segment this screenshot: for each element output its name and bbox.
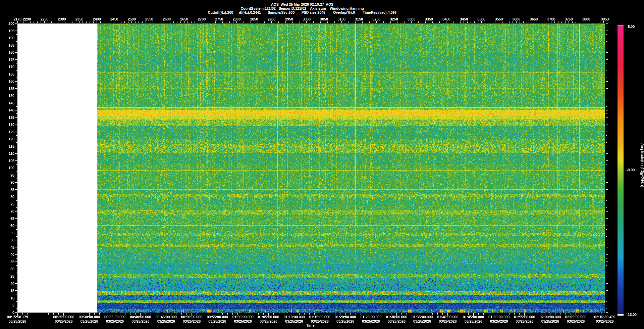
svg-text:01:45:00.000: 01:45:00.000 xyxy=(463,315,484,319)
svg-text:2400: 2400 xyxy=(93,17,101,21)
svg-text:00:55:00.000: 00:55:00.000 xyxy=(207,315,228,319)
svg-text:03/25/2026: 03/25/2026 xyxy=(311,319,329,323)
svg-text:00:15:58.179: 00:15:58.179 xyxy=(7,315,28,319)
svg-text:3700: 3700 xyxy=(547,17,555,21)
svg-text:2650: 2650 xyxy=(180,17,188,21)
svg-text:85: 85 xyxy=(10,188,14,192)
svg-text:03/25/2026: 03/25/2026 xyxy=(8,319,26,323)
svg-text:03/25/2026: 03/25/2026 xyxy=(131,319,149,323)
svg-text:20: 20 xyxy=(10,282,14,286)
svg-text:-13.00: -13.00 xyxy=(627,313,637,317)
svg-text:03/25/2026: 03/25/2026 xyxy=(465,319,482,323)
svg-text:160: 160 xyxy=(8,79,14,83)
svg-text:3300: 3300 xyxy=(408,17,416,21)
svg-text:3600: 3600 xyxy=(512,17,520,21)
svg-text:Time: Time xyxy=(306,323,315,327)
svg-text:200: 200 xyxy=(8,21,14,26)
svg-text:03/25/2026: 03/25/2026 xyxy=(55,319,72,323)
svg-text:3050: 3050 xyxy=(320,17,328,21)
svg-text:03/25/2026: 03/25/2026 xyxy=(336,319,354,323)
svg-text:120: 120 xyxy=(8,137,14,141)
svg-text:0: 0 xyxy=(12,311,14,315)
svg-text:80: 80 xyxy=(10,195,14,199)
svg-text:5: 5 xyxy=(12,303,14,307)
svg-text:2950: 2950 xyxy=(285,17,293,21)
svg-text:135: 135 xyxy=(8,115,14,120)
svg-text:2173: 2173 xyxy=(13,17,21,21)
svg-text:70: 70 xyxy=(10,209,14,213)
svg-text:3450: 3450 xyxy=(460,17,468,21)
svg-text:01:55:00.000: 01:55:00.000 xyxy=(514,315,535,319)
svg-text:170: 170 xyxy=(8,65,14,69)
svg-text:03/25/2026: 03/25/2026 xyxy=(439,319,457,323)
svg-text:00:40:00.000: 00:40:00.000 xyxy=(130,315,151,319)
svg-text:175: 175 xyxy=(8,58,14,62)
svg-text:03/25/2026: 03/25/2026 xyxy=(388,319,406,323)
svg-text:3150: 3150 xyxy=(355,17,363,21)
svg-text:2450: 2450 xyxy=(110,17,118,21)
svg-text:03/25/2026: 03/25/2026 xyxy=(413,319,431,323)
svg-text:2800: 2800 xyxy=(233,17,241,21)
svg-text:185: 185 xyxy=(8,43,14,47)
svg-text:10: 10 xyxy=(10,296,14,300)
svg-text:3800: 3800 xyxy=(582,17,590,21)
svg-text:00:45:00.000: 00:45:00.000 xyxy=(156,315,177,319)
svg-text:30: 30 xyxy=(10,267,14,271)
svg-text:2500: 2500 xyxy=(128,17,136,21)
svg-text:2300: 2300 xyxy=(58,17,66,21)
svg-text:65: 65 xyxy=(10,217,14,221)
svg-text:03/25/2026: 03/25/2026 xyxy=(106,319,124,323)
svg-text:3000: 3000 xyxy=(303,17,311,21)
svg-text:2600: 2600 xyxy=(163,17,171,21)
svg-text:03/25/2026: 03/25/2026 xyxy=(516,319,533,323)
svg-text:Amplitude(Log10(g^2/Hz)): Amplitude(Log10(g^2/Hz)) xyxy=(640,143,644,187)
svg-text:130: 130 xyxy=(8,123,14,127)
svg-text:25: 25 xyxy=(10,274,14,278)
svg-text:03/25/2026: 03/25/2026 xyxy=(490,319,508,323)
svg-text:01:20:00.000: 01:20:00.000 xyxy=(335,315,356,319)
svg-text:40: 40 xyxy=(10,252,14,256)
svg-text:145: 145 xyxy=(8,101,14,105)
svg-text:00:30:00.000: 00:30:00.000 xyxy=(79,315,100,319)
svg-text:2200: 2200 xyxy=(23,17,31,21)
svg-text:03/25/2026: 03/25/2026 xyxy=(567,319,585,323)
svg-text:180: 180 xyxy=(8,50,14,54)
svg-text:45: 45 xyxy=(10,245,14,249)
svg-text:01:35:00.000: 01:35:00.000 xyxy=(412,315,433,319)
svg-text:2750: 2750 xyxy=(215,17,223,21)
svg-text:2350: 2350 xyxy=(75,17,84,21)
svg-text:2550: 2550 xyxy=(145,17,153,21)
svg-text:-9.00: -9.00 xyxy=(627,168,635,172)
svg-text:02:10:39.459: 02:10:39.459 xyxy=(594,315,615,319)
svg-text:125: 125 xyxy=(8,130,14,134)
svg-text:03/25/2026: 03/25/2026 xyxy=(285,319,303,323)
svg-text:01:40:00.000: 01:40:00.000 xyxy=(437,315,458,319)
svg-text:3200: 3200 xyxy=(373,17,381,21)
svg-text:01:25:00.000: 01:25:00.000 xyxy=(360,315,381,319)
svg-text:03/25/2026: 03/25/2026 xyxy=(183,319,201,323)
svg-text:190: 190 xyxy=(8,36,14,40)
svg-text:01:15:00.000: 01:15:00.000 xyxy=(309,315,330,319)
svg-text:03/25/2026: 03/25/2026 xyxy=(260,319,277,323)
svg-text:2250: 2250 xyxy=(40,17,48,21)
svg-text:02:05:00.000: 02:05:00.000 xyxy=(565,315,586,319)
svg-text:3853: 3853 xyxy=(601,17,609,21)
svg-text:3550: 3550 xyxy=(495,17,503,21)
svg-text:2900: 2900 xyxy=(268,17,276,21)
svg-text:2700: 2700 xyxy=(198,17,206,21)
svg-text:3750: 3750 xyxy=(565,17,573,21)
svg-text:00:50:00.000: 00:50:00.000 xyxy=(181,315,202,319)
svg-text:95: 95 xyxy=(10,173,14,177)
svg-text:02:00:00.000: 02:00:00.000 xyxy=(540,315,561,319)
svg-text:03/25/2026: 03/25/2026 xyxy=(80,319,98,323)
svg-text:3650: 3650 xyxy=(530,17,538,21)
svg-text:155: 155 xyxy=(8,87,14,91)
svg-text:03/25/2026: 03/25/2026 xyxy=(541,319,559,323)
svg-text:01:05:00.000: 01:05:00.000 xyxy=(258,315,279,319)
svg-text:3250: 3250 xyxy=(390,17,398,21)
svg-text:01:10:00.000: 01:10:00.000 xyxy=(283,315,305,319)
svg-text:01:30:00.000: 01:30:00.000 xyxy=(386,315,407,319)
svg-text:60: 60 xyxy=(10,224,14,228)
svg-text:03/25/2026: 03/25/2026 xyxy=(362,319,380,323)
svg-text:3400: 3400 xyxy=(442,17,450,21)
